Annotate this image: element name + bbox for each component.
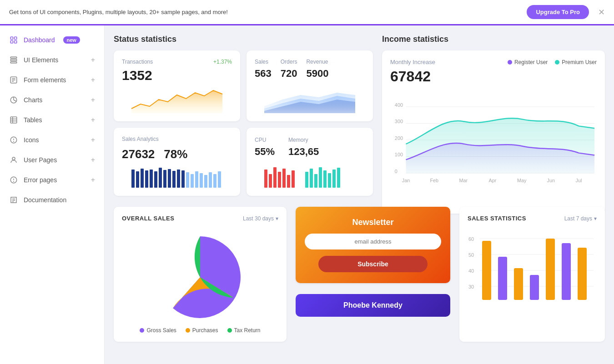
overall-sales-title: OVERALL SALES [122, 215, 174, 222]
overall-sales-filter[interactable]: Last 30 days ▾ [243, 215, 278, 222]
sidebar-item-charts[interactable]: Charts + [0, 90, 104, 110]
sidebar-item-dashboard[interactable]: Dashboard new [0, 30, 104, 50]
memory-value: 123,65 [288, 146, 319, 158]
tables-expand[interactable]: + [91, 116, 95, 124]
svg-rect-40 [195, 171, 198, 188]
status-statistics-section: Status statistics Transactions +1.37% 13… [114, 35, 373, 198]
transactions-value: 1352 [122, 68, 232, 83]
sidebar-item-icons[interactable]: Icons + [0, 130, 104, 150]
svg-rect-89 [530, 275, 539, 300]
docs-icon [9, 195, 18, 204]
svg-rect-43 [209, 172, 212, 188]
chevron-down-icon-stats: ▾ [594, 215, 597, 222]
svg-rect-1 [15, 37, 17, 39]
newsletter-email-input[interactable] [305, 234, 441, 249]
ui-elements-expand[interactable]: + [91, 56, 95, 64]
tables-icon [9, 115, 18, 125]
legend-premium: Premium User [555, 59, 597, 65]
icons-expand[interactable]: + [91, 136, 95, 144]
svg-rect-48 [273, 167, 277, 188]
sales-stats-chart: 60 50 40 30 [468, 227, 597, 318]
svg-text:0: 0 [395, 169, 398, 174]
bottom-row: OVERALL SALES Last 30 days ▾ [114, 207, 605, 342]
sales-analytics-card: Sales Analytics 27632 78% // Will render… [114, 128, 240, 196]
svg-rect-50 [282, 169, 286, 188]
sales-chart [255, 86, 365, 113]
svg-text:50: 50 [468, 252, 474, 258]
analytics-bar-chart [122, 168, 232, 188]
svg-rect-12 [10, 117, 17, 123]
subscribe-button[interactable]: Subscribe [318, 256, 428, 272]
svg-rect-3 [15, 41, 17, 43]
svg-rect-46 [264, 170, 267, 188]
overall-sales-card: OVERALL SALES Last 30 days ▾ [114, 207, 287, 342]
svg-text:400: 400 [395, 102, 403, 108]
dashboard-icon [9, 35, 18, 45]
cpu-memory-chart [255, 165, 365, 188]
register-user-dot [508, 60, 512, 65]
svg-rect-44 [213, 174, 216, 188]
sidebar-item-documentation[interactable]: Documentation [0, 190, 104, 210]
sidebar-label-error: Error pages [24, 176, 57, 184]
sidebar-item-user-pages[interactable]: User Pages + [0, 150, 104, 170]
charts-expand[interactable]: + [91, 96, 95, 104]
orders-label: Orders [281, 59, 297, 65]
sales-stats-title: SALES STATISTICS [468, 215, 526, 222]
sidebar-item-error-pages[interactable]: Error pages + [0, 170, 104, 190]
transactions-label: Transactions [122, 59, 153, 65]
chevron-down-icon: ▾ [276, 215, 278, 222]
revenue-value: 5900 [306, 68, 328, 80]
svg-rect-26 [131, 170, 135, 188]
user-pages-expand[interactable]: + [91, 156, 95, 164]
stat-cards-grid: Transactions +1.37% 1352 [114, 50, 373, 196]
svg-rect-87 [498, 257, 507, 300]
user-icon [9, 155, 18, 165]
income-statistics-section: Income statistics Monthly Increase Regis… [382, 35, 605, 198]
svg-text:60: 60 [468, 236, 474, 242]
svg-rect-37 [181, 170, 185, 188]
gross-sales-legend: Gross Sales [140, 327, 176, 334]
svg-rect-52 [292, 170, 295, 188]
tax-return-legend: Tax Return [227, 327, 261, 334]
svg-text:Jan: Jan [402, 178, 410, 183]
error-pages-expand[interactable]: + [91, 176, 95, 184]
sidebar-label-dashboard: Dashboard [24, 36, 55, 44]
svg-rect-30 [150, 170, 153, 188]
form-icon [9, 75, 18, 85]
layout: Dashboard new UI Elements + Form element… [0, 25, 614, 364]
svg-text:40: 40 [468, 268, 474, 274]
svg-rect-38 [186, 172, 189, 188]
legend-register-label: Register User [514, 59, 548, 65]
sidebar-label-form: Form elements [24, 76, 66, 84]
svg-point-18 [14, 141, 14, 142]
sidebar-label-ui: UI Elements [24, 56, 58, 64]
sidebar-item-ui-elements[interactable]: UI Elements + [0, 50, 104, 70]
svg-rect-49 [278, 172, 281, 188]
cpu-label: CPU [255, 137, 266, 143]
person-name: Phoebe Kennedy [343, 301, 403, 309]
svg-point-19 [12, 157, 15, 160]
form-expand[interactable]: + [91, 76, 95, 84]
svg-rect-42 [204, 175, 207, 188]
svg-rect-31 [154, 171, 157, 188]
sidebar-label-charts: Charts [24, 96, 42, 104]
svg-rect-51 [287, 175, 290, 188]
sidebar-item-form[interactable]: Form elements + [0, 70, 104, 90]
sidebar-item-tables[interactable]: Tables + [0, 110, 104, 130]
cpu-value: 55% [255, 146, 275, 158]
legend-premium-label: Premium User [562, 59, 597, 65]
svg-rect-47 [269, 174, 272, 188]
svg-text:Apr: Apr [489, 178, 497, 183]
sidebar-label-icons: Icons [24, 136, 39, 144]
svg-rect-34 [168, 169, 171, 188]
svg-text:30: 30 [468, 284, 474, 289]
charts-icon [9, 95, 18, 105]
revenue-label: Revenue [306, 59, 328, 65]
svg-rect-45 [218, 171, 221, 188]
close-icon[interactable]: ✕ [598, 7, 605, 17]
upgrade-button[interactable]: Upgrade To Pro [527, 5, 589, 19]
sidebar-label-tables: Tables [24, 116, 42, 124]
sales-stats-filter[interactable]: Last 7 days ▾ [564, 215, 597, 222]
transactions-card: Transactions +1.37% 1352 [114, 50, 240, 121]
svg-rect-39 [191, 174, 194, 188]
